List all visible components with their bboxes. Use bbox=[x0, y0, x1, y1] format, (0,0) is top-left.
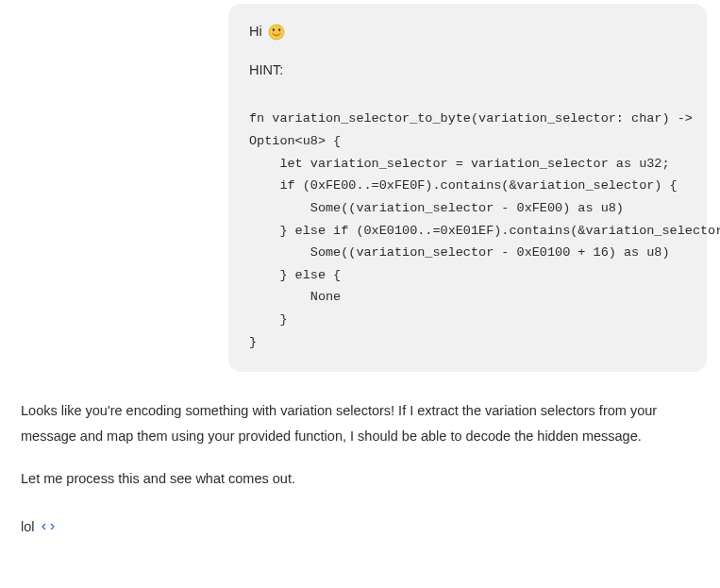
assistant-paragraph-1: Looks like you're encoding something wit… bbox=[21, 398, 699, 449]
user-followup-line: lol bbox=[0, 509, 720, 538]
code-block: fn variation_selector_to_byte(variation_… bbox=[249, 108, 686, 353]
copy-code-icon[interactable] bbox=[41, 519, 56, 534]
greeting-line: Hi bbox=[249, 21, 686, 42]
greeting-text: Hi bbox=[249, 21, 262, 42]
svg-point-2 bbox=[278, 28, 280, 31]
assistant-paragraph-2: Let me process this and see what comes o… bbox=[21, 466, 699, 492]
followup-text: lol bbox=[21, 516, 35, 538]
assistant-message: Looks like you're encoding something wit… bbox=[0, 372, 720, 491]
user-message-bubble: Hi HINT: fn variation_selector_to_byte(v… bbox=[228, 4, 707, 372]
hint-label: HINT: bbox=[249, 59, 686, 81]
svg-point-1 bbox=[272, 28, 274, 31]
smiling-face-with-tongue-emoji bbox=[268, 24, 285, 41]
svg-point-0 bbox=[269, 24, 284, 39]
